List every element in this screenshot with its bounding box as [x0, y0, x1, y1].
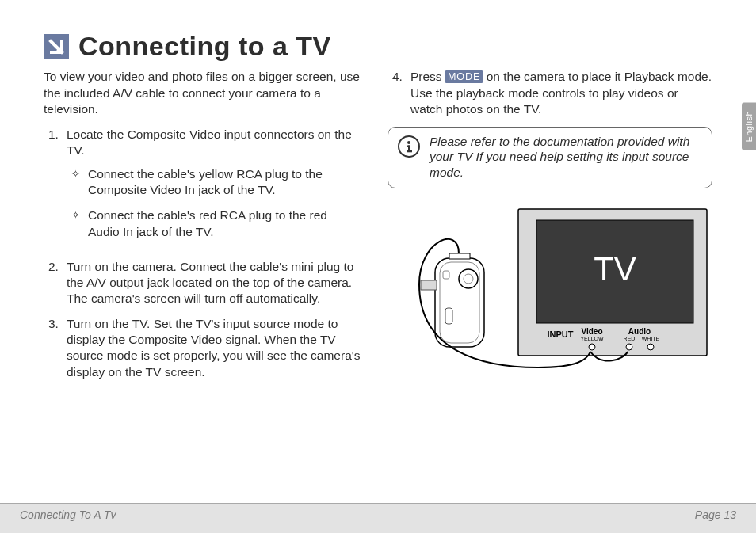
sub-step: ✧ Connect the cable's yellow RCA plug to… — [67, 166, 361, 198]
camera-icon — [421, 253, 484, 347]
sub-step-text: Connect the cable's red RCA plug to the … — [88, 207, 361, 239]
step-number: 4. — [392, 69, 403, 116]
info-text: Please refer to the documentation provid… — [430, 134, 702, 180]
step-text: Turn on the TV. Set the TV's input sourc… — [67, 317, 361, 378]
svg-point-13 — [464, 274, 473, 284]
tv-screen-label: TV — [594, 250, 636, 287]
svg-rect-17 — [421, 280, 437, 290]
info-callout: Please refer to the documentation provid… — [388, 127, 712, 188]
svg-point-9 — [647, 344, 654, 350]
svg-rect-15 — [443, 271, 449, 279]
white-label: WHITE — [642, 336, 660, 341]
svg-point-7 — [589, 344, 595, 350]
step-number: 2. — [48, 259, 59, 306]
step-2: 2. Turn on the camera. Connect the cable… — [44, 259, 361, 306]
yellow-label: YELLOW — [580, 336, 604, 341]
step-text-pre: Press — [410, 70, 445, 83]
svg-rect-14 — [445, 308, 452, 324]
left-column: To view your video and photo files on a … — [44, 69, 361, 389]
sub-step: ✧ Connect the cable's red RCA plug to th… — [67, 207, 361, 239]
page-title-text: Connecting to a TV — [78, 32, 331, 61]
svg-rect-16 — [449, 253, 470, 259]
step-number: 3. — [48, 316, 59, 380]
step-4: 4. Press MODE on the camera to place it … — [388, 69, 712, 116]
svg-point-1 — [407, 141, 410, 144]
svg-rect-4 — [407, 150, 412, 152]
audio-label: Audio — [628, 327, 651, 336]
step-1: 1. Locate the Composite Video input conn… — [44, 127, 361, 249]
footer-page: Page 13 — [695, 508, 736, 521]
bullet-diamond-icon: ✧ — [71, 166, 80, 198]
connection-diagram: TV INPUT Video YELLOW Audio RED WHITE — [388, 201, 712, 371]
info-icon — [398, 135, 420, 158]
svg-point-8 — [626, 344, 632, 350]
bullet-diamond-icon: ✧ — [71, 207, 80, 239]
input-label: INPUT — [548, 329, 574, 339]
footer-section: Connecting To A Tv — [20, 508, 116, 521]
right-column: 4. Press MODE on the camera to place it … — [388, 69, 712, 389]
step-3: 3. Turn on the TV. Set the TV's input so… — [44, 316, 361, 380]
page-footer: Connecting To A Tv Page 13 — [0, 503, 756, 533]
page-title: Connecting to a TV — [44, 32, 712, 61]
section-arrow-icon — [44, 34, 69, 59]
step-text: Turn on the camera. Connect the cable's … — [67, 260, 354, 305]
intro-paragraph: To view your video and photo files on a … — [44, 69, 361, 116]
step-text: Locate the Composite Video input connect… — [67, 128, 352, 157]
video-label: Video — [581, 327, 602, 336]
language-tab: English — [742, 103, 756, 150]
sub-step-text: Connect the cable's yellow RCA plug to t… — [88, 166, 361, 198]
mode-button-label: MODE — [445, 70, 483, 83]
step-number: 1. — [48, 127, 59, 249]
red-label: RED — [624, 336, 636, 341]
